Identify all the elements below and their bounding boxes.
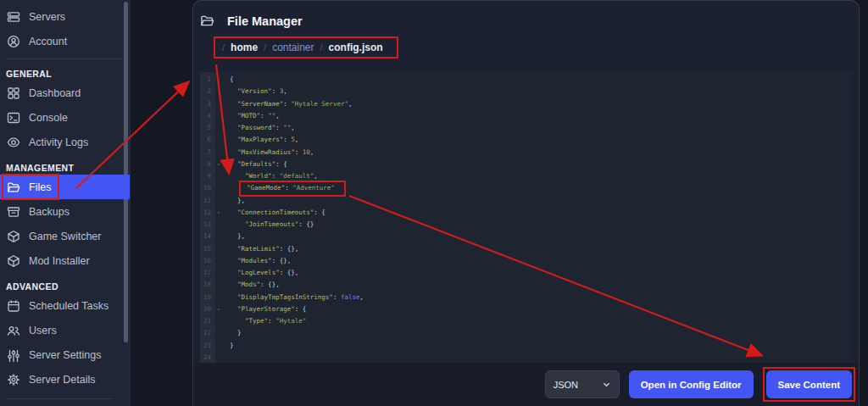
code-text: }: [230, 327, 242, 339]
annotation-box-save: Save Content: [763, 367, 856, 402]
sidebar-item-label: Activity Logs: [29, 136, 88, 148]
breadcrumb-separator: /: [320, 42, 323, 53]
line-number: 14: [200, 231, 217, 242]
code-line-5: 5"Password": "",: [200, 122, 853, 134]
sidebar-item-label: Server Details: [29, 374, 96, 386]
files-icon: [7, 181, 20, 194]
game-switcher-icon: [7, 230, 20, 243]
code-text: "MaxPlayers": 5,: [230, 134, 298, 146]
code-line-18: 18"Mods": {},: [200, 279, 853, 291]
line-number: 5: [200, 122, 217, 134]
file-format-select[interactable]: JSON: [545, 370, 620, 398]
code-editor[interactable]: 1▾{2"Version": 3,3"ServerName": "Hytale …: [200, 72, 853, 364]
sidebar-item-server-details[interactable]: Server Details: [0, 367, 130, 392]
users-icon: [7, 324, 20, 337]
sidebar-section-general: GENERAL: [0, 67, 130, 81]
fold-arrow-icon[interactable]: ▾: [217, 74, 225, 86]
code-text: "Mods": {},: [230, 279, 280, 291]
sidebar-item-mod-installer[interactable]: Mod Installer: [0, 248, 130, 273]
line-number: 8: [200, 159, 217, 170]
sidebar-item-dashboard[interactable]: Dashboard: [0, 81, 130, 105]
line-number: 7: [200, 147, 217, 159]
sidebar-item-account[interactable]: Account: [0, 29, 130, 53]
code-text: {: [230, 74, 234, 86]
line-number: 23: [200, 340, 217, 352]
code-line-7: 7"MaxViewRadius": 10,: [200, 147, 853, 159]
code-line-10: 10"GameMode": "Adventure": [200, 182, 853, 194]
line-number: 17: [200, 267, 217, 279]
console-icon: [7, 111, 20, 125]
code-text: "Version": 3,: [230, 86, 287, 97]
sidebar: ServersAccountGENERALDashboardConsoleAct…: [0, 0, 131, 406]
code-line-1: 1▾{: [200, 74, 853, 86]
sidebar-item-label: Game Switcher: [29, 231, 101, 242]
sidebar-item-label: Dashboard: [29, 87, 81, 99]
breadcrumb-config-json: config.json: [329, 42, 383, 53]
sidebar-item-label: Files: [29, 181, 51, 193]
sidebar-item-console[interactable]: Console: [0, 105, 130, 130]
fold-arrow-icon[interactable]: ▾: [217, 159, 225, 170]
sidebar-item-activity-logs[interactable]: Activity Logs: [0, 130, 130, 154]
sidebar-item-scheduled-tasks[interactable]: Scheduled Tasks: [0, 293, 130, 318]
sidebar-item-server-settings[interactable]: Server Settings: [0, 342, 130, 367]
sidebar-bottom-divider: [7, 398, 113, 399]
file-manager-icon: [200, 14, 214, 28]
code-text: "MaxViewRadius": 10,: [230, 147, 314, 159]
line-number: 9: [200, 170, 217, 182]
code-line-3: 3"ServerName": "Hytale Server",: [200, 98, 853, 110]
sidebar-item-servers[interactable]: Servers: [0, 4, 130, 29]
sidebar-item-label: Server Settings: [29, 349, 101, 361]
code-line-21: 21"Type": "Hytale": [200, 315, 853, 327]
code-line-22: 22}: [200, 327, 853, 339]
save-content-button[interactable]: Save Content: [766, 370, 853, 398]
code-text: "DisplayTmpTagsInStrings": false,: [230, 292, 364, 303]
account-icon: [7, 35, 20, 48]
line-number: 2: [200, 86, 217, 97]
fold-arrow-icon[interactable]: ▾: [217, 207, 225, 219]
file-manager-header: File Manager: [193, 1, 859, 28]
code-line-14: 14},: [200, 231, 853, 242]
activity-logs-icon: [7, 136, 20, 149]
sidebar-item-label: Scheduled Tasks: [29, 300, 108, 312]
sidebar-item-game-switcher[interactable]: Game Switcher: [0, 224, 130, 248]
code-line-6: 6"MaxPlayers": 5,: [200, 134, 853, 146]
fold-arrow-icon[interactable]: ▾: [217, 303, 225, 315]
annotation-box-gamemode: "GameMode": "Adventure": [239, 181, 346, 197]
code-line-24: 24: [200, 352, 853, 364]
editor-footer: JSON Open in Config Editor Save Content: [193, 363, 859, 406]
code-text: "Defaults": {: [230, 159, 287, 170]
code-text: "JoinTimeouts": {}: [230, 219, 314, 231]
code-line-12: 12▾"ConnectionTimeouts": {: [200, 207, 853, 219]
code-text: "MOTD": "",: [230, 110, 280, 122]
code-text: }: [230, 340, 234, 352]
annotation-box-breadcrumb: /home/container/config.json: [214, 36, 398, 58]
code-line-16: 16"Modules": {},: [200, 255, 853, 267]
code-text: "ConnectionTimeouts": {: [230, 207, 326, 219]
breadcrumb-row: /home/container/config.json: [214, 36, 859, 58]
open-config-editor-button[interactable]: Open in Config Editor: [629, 370, 754, 398]
code-text: "PlayerStorage": {: [230, 303, 306, 315]
page-title: File Manager: [227, 14, 303, 28]
line-number: 4: [200, 110, 217, 122]
code-line-23: 23}: [200, 340, 853, 352]
sidebar-item-label: Servers: [29, 11, 65, 23]
code-text: },: [230, 231, 245, 242]
sidebar-item-users[interactable]: Users: [0, 318, 130, 342]
code-line-15: 15"RateLimit": {},: [200, 243, 853, 255]
mod-installer-icon: [7, 254, 20, 268]
backups-icon: [7, 205, 20, 219]
sidebar-item-files[interactable]: Files: [0, 175, 130, 199]
code-text: "RateLimit": {},: [230, 243, 298, 255]
line-number: 3: [200, 98, 217, 110]
dashboard-icon: [7, 86, 20, 100]
breadcrumb-container[interactable]: container: [272, 42, 314, 53]
line-number: 11: [200, 195, 217, 207]
code-line-13: 13"JoinTimeouts": {}: [200, 219, 853, 231]
line-number: 22: [200, 327, 217, 339]
line-number: 21: [200, 315, 217, 327]
code-line-8: 8▾"Defaults": {: [200, 159, 853, 170]
sidebar-item-backups[interactable]: Backups: [0, 199, 130, 224]
code-text: "ServerName": "Hytale Server",: [230, 98, 352, 110]
breadcrumb-separator: /: [264, 42, 266, 53]
code-line-19: 19"DisplayTmpTagsInStrings": false,: [200, 292, 853, 303]
